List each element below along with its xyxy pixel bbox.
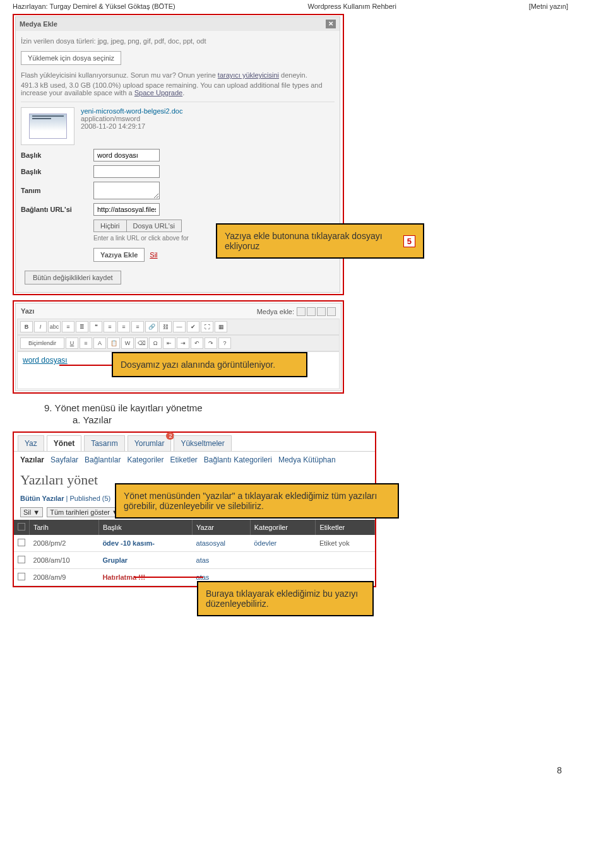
flash-note: Flash yükleyicisini kullanıyorsunuz. Sor… bbox=[21, 71, 335, 79]
dialog-title: Medya Ekle bbox=[20, 20, 57, 28]
tab-none[interactable]: Hiçbiri bbox=[93, 220, 127, 232]
admin-tabs: Yaz Yönet Tasarım Yorumlar 2 Yükseltmele… bbox=[14, 433, 375, 452]
file-mime: application/msword bbox=[81, 115, 182, 122]
subnav-yazilar[interactable]: Yazılar bbox=[20, 455, 44, 464]
kitchen-sink-icon[interactable]: ▦ bbox=[215, 321, 227, 332]
filter-all[interactable]: Bütün Yazılar bbox=[20, 495, 64, 502]
screenshot-admin-manage: Yaz Yönet Tasarım Yorumlar 2 Yükseltmele… bbox=[13, 431, 376, 587]
align-right-icon[interactable]: ≡ bbox=[131, 321, 144, 332]
title-input-1[interactable] bbox=[93, 149, 160, 161]
bulk-action-select[interactable]: Sil ▼ bbox=[20, 507, 43, 517]
format-select[interactable]: Biçimlendir bbox=[20, 337, 64, 349]
italic-icon[interactable]: I bbox=[34, 321, 47, 332]
desc-input[interactable] bbox=[93, 182, 160, 199]
th-yazar[interactable]: Yazar bbox=[193, 520, 251, 535]
space-upgrade-link[interactable]: Space Upgrade bbox=[134, 89, 182, 97]
post-title-link[interactable]: Gruplar bbox=[102, 556, 128, 564]
editor-toolbar-1: B I abc ≡ ≣ ❝ ≡ ≡ ≡ 🔗 ⛓ — ✔ ⛶ ▦ bbox=[17, 319, 340, 335]
tab-yonet[interactable]: Yönet bbox=[47, 435, 81, 451]
header-left: Hazırlayan: Turgay Demirel & Yüksel Gökt… bbox=[13, 3, 175, 10]
redo-icon[interactable]: ↷ bbox=[205, 337, 217, 349]
th-etk[interactable]: Etiketler bbox=[316, 520, 375, 535]
label-url: Bağlantı URL'si bbox=[21, 206, 93, 213]
paste-text-icon[interactable]: 📋 bbox=[107, 337, 120, 349]
save-all-button[interactable]: Bütün değişiklikleri kaydet bbox=[25, 271, 121, 284]
label-desc: Tanım bbox=[21, 187, 93, 194]
outdent-icon[interactable]: ⇤ bbox=[163, 337, 175, 349]
add-media-icon[interactable] bbox=[327, 307, 336, 316]
subnav-kategoriler[interactable]: Kategoriler bbox=[127, 455, 163, 464]
justify-icon[interactable]: ≡ bbox=[80, 337, 92, 349]
add-image-icon[interactable] bbox=[297, 307, 306, 316]
symbol-icon[interactable]: Ω bbox=[149, 337, 162, 349]
fullscreen-icon[interactable]: ⛶ bbox=[201, 321, 213, 332]
th-kat[interactable]: Kategoriler bbox=[250, 520, 316, 535]
ol-icon[interactable]: ≣ bbox=[76, 321, 88, 332]
row-checkbox[interactable] bbox=[18, 573, 25, 580]
remove-format-icon[interactable]: ⌫ bbox=[135, 337, 148, 349]
more-icon[interactable]: — bbox=[173, 321, 186, 332]
dialog-titlebar: Medya Ekle ✕ bbox=[16, 17, 340, 31]
tab-tasarim[interactable]: Tasarım bbox=[84, 435, 125, 451]
delete-link[interactable]: Sil bbox=[150, 251, 157, 259]
tab-file-url[interactable]: Dosya URL'si bbox=[126, 220, 182, 232]
th-baslik[interactable]: Başlık bbox=[98, 520, 192, 535]
editor-tab-yazi[interactable]: Yazı bbox=[21, 307, 34, 316]
date-filter-select[interactable]: Tüm tarihleri göster ▼ bbox=[47, 507, 122, 517]
title-input-2[interactable] bbox=[93, 165, 160, 178]
unlink-icon[interactable]: ⛓ bbox=[159, 321, 172, 332]
add-video-icon[interactable] bbox=[307, 307, 316, 316]
section-heading: 9. Yönet menüsü ile kayıtları yönetme bbox=[44, 402, 593, 413]
close-icon[interactable]: ✕ bbox=[326, 20, 336, 28]
post-title-link[interactable]: ödev -10 kasım- bbox=[102, 539, 155, 547]
strike-icon[interactable]: abc bbox=[48, 321, 61, 332]
select-all-checkbox[interactable] bbox=[18, 523, 25, 531]
media-add-label: Medya ekle: bbox=[257, 307, 336, 316]
underline-icon[interactable]: U bbox=[66, 337, 78, 349]
cell-date: 2008/am/10 bbox=[30, 552, 99, 569]
align-center-icon[interactable]: ≡ bbox=[117, 321, 130, 332]
tab-yaz[interactable]: Yaz bbox=[18, 435, 44, 451]
screenshot-editor: Yazı Medya ekle: B I abc ≡ ≣ ❝ ≡ ≡ ≡ 🔗 bbox=[13, 300, 344, 394]
undo-icon[interactable]: ↶ bbox=[191, 337, 203, 349]
subnav-etiketler[interactable]: Etiketler bbox=[170, 455, 197, 464]
file-thumbnail bbox=[21, 107, 74, 145]
insert-into-post-button[interactable]: Yazıya Ekle bbox=[93, 248, 145, 262]
row-checkbox[interactable] bbox=[18, 539, 25, 546]
inserted-file-link[interactable]: word dosyası bbox=[23, 356, 68, 365]
add-audio-icon[interactable] bbox=[317, 307, 326, 316]
ul-icon[interactable]: ≡ bbox=[62, 321, 74, 332]
post-editor: Yazı Medya ekle: B I abc ≡ ≣ ❝ ≡ ≡ ≡ 🔗 bbox=[15, 303, 342, 391]
indent-icon[interactable]: ⇥ bbox=[177, 337, 189, 349]
align-left-icon[interactable]: ≡ bbox=[104, 321, 116, 332]
spell-icon[interactable]: ✔ bbox=[187, 321, 199, 332]
row-checkbox[interactable] bbox=[18, 556, 25, 563]
cell-date: 2008/pm/2 bbox=[30, 535, 99, 552]
header-center: Wordpress Kullanım Rehberi bbox=[308, 3, 396, 10]
textcolor-icon[interactable]: A bbox=[93, 337, 106, 349]
quote-icon[interactable]: ❝ bbox=[90, 321, 102, 332]
cell-author: atas bbox=[193, 552, 251, 569]
subnav-mk[interactable]: Medya Kütüphan bbox=[278, 455, 336, 464]
subnav-bk[interactable]: Bağlantı Kategorileri bbox=[204, 455, 272, 464]
paste-word-icon[interactable]: W bbox=[121, 337, 134, 349]
bold-icon[interactable]: B bbox=[20, 321, 33, 332]
browser-uploader-link[interactable]: tarayıcı yükleyicisini bbox=[218, 71, 279, 79]
tab-yukseltmeler[interactable]: Yükseltmeler bbox=[174, 435, 231, 451]
url-input[interactable] bbox=[93, 203, 160, 216]
filter-published[interactable]: | Published (5) bbox=[66, 495, 111, 502]
admin-subnav: Yazılar Sayfalar Bağlantılar Kategoriler… bbox=[14, 452, 375, 468]
cell-cat: ödevler bbox=[250, 535, 316, 552]
subnav-baglantilar[interactable]: Bağlantılar bbox=[85, 455, 121, 464]
th-tarih[interactable]: Tarih bbox=[30, 520, 99, 535]
help-icon[interactable]: ? bbox=[218, 337, 231, 349]
callout-edit-post: Buraya tıklayarak eklediğimiz bu yazıyı … bbox=[197, 581, 374, 616]
connector-line bbox=[59, 365, 113, 366]
link-icon[interactable]: 🔗 bbox=[145, 321, 158, 332]
choose-file-button[interactable]: Yüklemek için dosya seçiniz bbox=[21, 51, 121, 65]
tab-yorumlar[interactable]: Yorumlar 2 bbox=[128, 435, 172, 451]
subnav-sayfalar[interactable]: Sayfalar bbox=[50, 455, 78, 464]
connector-line-2 bbox=[134, 577, 203, 578]
file-name: yeni-microsoft-word-belgesi2.doc bbox=[81, 107, 182, 115]
section-sub: a. Yazılar bbox=[73, 414, 593, 425]
